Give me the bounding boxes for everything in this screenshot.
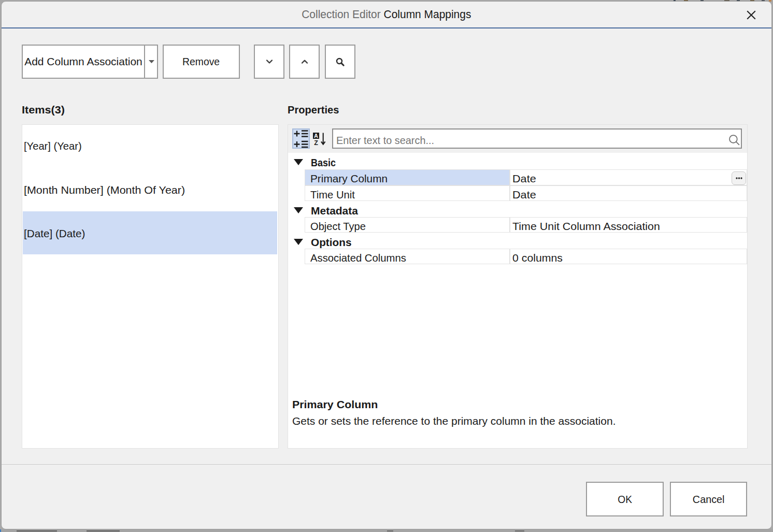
svg-text:A: A [314,133,318,139]
svg-text:Z: Z [314,139,318,146]
